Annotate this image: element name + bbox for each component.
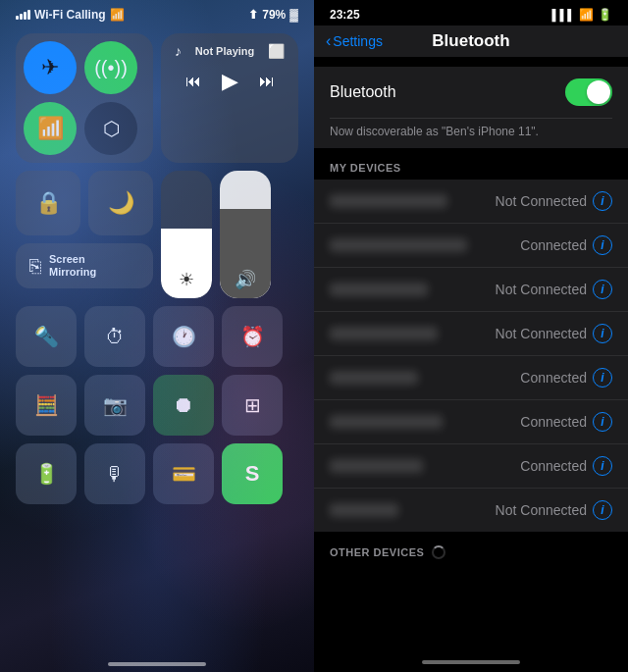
device-info-button-3[interactable]: i: [593, 280, 612, 299]
cc-row-1: ✈ ((•)) 📶 ⬡ ♪ Not Playing ⬜: [16, 33, 298, 163]
settings-content: Bluetooth Now discoverable as "Ben's iPh…: [314, 57, 628, 652]
wallet-icon: 💳: [172, 462, 196, 486]
device-status-5: Connected i: [520, 368, 612, 388]
home-indicator-right: [314, 652, 628, 672]
bluetooth-toggle[interactable]: [565, 78, 612, 106]
clock-button[interactable]: 🕐: [153, 306, 214, 367]
media-title: Not Playing: [182, 45, 268, 57]
media-controls: ⏮ ▶ ⏭: [175, 69, 285, 94]
do-not-disturb-button[interactable]: 🌙: [88, 171, 153, 235]
cc-row-2: 🔒 🌙 ⎘ ScreenMirroring ☀: [16, 171, 298, 298]
toggle-knob: [587, 80, 610, 104]
fast-forward-icon[interactable]: ⏭: [259, 73, 275, 90]
device-row[interactable]: Not Connected i: [314, 268, 628, 312]
cellular-button[interactable]: ((•)): [84, 41, 137, 94]
cc-container: ✈ ((•)) 📶 ⬡ ♪ Not Playing ⬜: [0, 26, 314, 512]
bluetooth-toggle-section: Bluetooth Now discoverable as "Ben's iPh…: [314, 67, 628, 148]
device-info-button-7[interactable]: i: [593, 456, 612, 476]
orientation-icon: 🔒: [35, 190, 62, 216]
wifi-status-icon: 📶: [110, 8, 125, 22]
device-info-button-6[interactable]: i: [593, 412, 612, 432]
carrier-label: Wi-Fi Calling: [34, 8, 106, 22]
media-widget[interactable]: ♪ Not Playing ⬜ ⏮ ▶ ⏭: [161, 33, 298, 163]
stopwatch-button[interactable]: ⏱: [84, 306, 145, 367]
device-info-button-5[interactable]: i: [593, 368, 612, 388]
bluetooth-button[interactable]: ⬡: [84, 102, 137, 155]
device-info-button-1[interactable]: i: [593, 191, 612, 211]
device-info-button-8[interactable]: i: [593, 500, 612, 520]
brightness-slider[interactable]: ☀: [161, 171, 212, 298]
wallet-button[interactable]: 💳: [153, 443, 214, 504]
device-name-8: [330, 503, 398, 517]
screen-mirroring-button[interactable]: ⎘ ScreenMirroring: [16, 243, 153, 288]
camera-icon: 📷: [103, 393, 128, 417]
flashlight-button[interactable]: 🔦: [16, 306, 77, 367]
qr-scanner-button[interactable]: ⊞: [222, 375, 283, 436]
camera-button[interactable]: 📷: [84, 375, 145, 436]
location-icon: ⬆: [248, 8, 258, 22]
shazam-button[interactable]: S: [222, 443, 283, 504]
battery-info: ⬆ 79% ▓: [248, 8, 298, 22]
back-chevron-icon: ‹: [326, 32, 331, 50]
play-icon[interactable]: ▶: [222, 69, 238, 94]
loading-spinner: [432, 545, 445, 559]
bluetooth-settings-panel: 23:25 ▌▌▌ 📶 🔋 ‹ Settings Bluetooth Bluet…: [314, 0, 628, 672]
qr-icon: ⊞: [244, 393, 261, 417]
alarm-button[interactable]: ⏰: [222, 306, 283, 367]
back-button[interactable]: ‹ Settings: [326, 32, 383, 50]
status-bar-left: Wi-Fi Calling 📶 ⬆ 79% ▓: [0, 0, 314, 26]
home-bar: [422, 660, 520, 664]
screen-record-button[interactable]: ⏺: [153, 375, 214, 436]
media-app-icon: ♪: [175, 43, 182, 59]
page-title: Bluetooth: [432, 31, 509, 51]
spacer-top: [314, 57, 628, 67]
navigation-bar: ‹ Settings Bluetooth: [314, 26, 628, 57]
alarm-icon: ⏰: [240, 325, 265, 348]
device-row[interactable]: Not Connected i: [314, 312, 628, 356]
time-label: 23:25: [330, 8, 360, 22]
device-row[interactable]: Connected i: [314, 224, 628, 268]
wifi-icon: 📶: [37, 116, 64, 141]
carrier-info: Wi-Fi Calling 📶: [16, 8, 125, 22]
volume-icon: 🔊: [235, 269, 256, 290]
device-info-button-2[interactable]: i: [593, 235, 612, 255]
back-label[interactable]: Settings: [333, 33, 383, 49]
my-devices-header: MY DEVICES: [314, 148, 628, 180]
device-row[interactable]: Connected i: [314, 444, 628, 489]
rewind-icon[interactable]: ⏮: [185, 73, 201, 90]
my-devices-list: Not Connected i Connected i Not Connecte…: [314, 180, 628, 532]
device-row[interactable]: Connected i: [314, 356, 628, 400]
device-status-text-7: Connected: [520, 458, 587, 474]
device-status-3: Not Connected i: [496, 280, 612, 299]
cc-row-2a: 🔒 🌙: [16, 171, 153, 235]
device-info-button-4[interactable]: i: [593, 324, 612, 343]
record-icon: ⏺: [173, 392, 194, 418]
voice-memos-button[interactable]: 🎙: [84, 443, 145, 504]
device-row[interactable]: Connected i: [314, 400, 628, 444]
battery-widget-button[interactable]: 🔋: [16, 443, 77, 504]
voice-icon: 🎙: [105, 463, 125, 486]
calculator-icon: 🧮: [34, 393, 59, 417]
other-devices-header: OTHER DEVICES: [314, 532, 628, 565]
calculator-button[interactable]: 🧮: [16, 375, 77, 436]
empty-space: [314, 565, 628, 652]
device-name-7: [330, 459, 423, 473]
cc-row-5: 🔋 🎙 💳 S: [16, 443, 298, 504]
volume-slider[interactable]: 🔊: [220, 171, 271, 298]
device-status-7: Connected i: [520, 456, 612, 476]
volume-group: 🔊: [220, 171, 271, 298]
battery-widget-icon: 🔋: [34, 462, 59, 486]
moon-icon: 🌙: [108, 190, 134, 216]
status-icons: ▌▌▌ 📶 🔋: [552, 8, 612, 22]
shazam-icon: S: [245, 461, 260, 487]
airplane-mode-button[interactable]: ✈: [24, 41, 77, 94]
orientation-lock-button[interactable]: 🔒: [16, 171, 80, 235]
device-name-2: [330, 238, 467, 252]
battery-icon: ▓: [289, 8, 298, 22]
discoverable-text: Now discoverable as "Ben's iPhone 11".: [330, 119, 612, 148]
device-row[interactable]: Not Connected i: [314, 180, 628, 224]
battery-status-icon: 🔋: [598, 8, 612, 22]
wifi-button[interactable]: 📶: [24, 102, 77, 155]
device-row[interactable]: Not Connected i: [314, 489, 628, 532]
device-status-text-5: Connected: [520, 370, 587, 386]
